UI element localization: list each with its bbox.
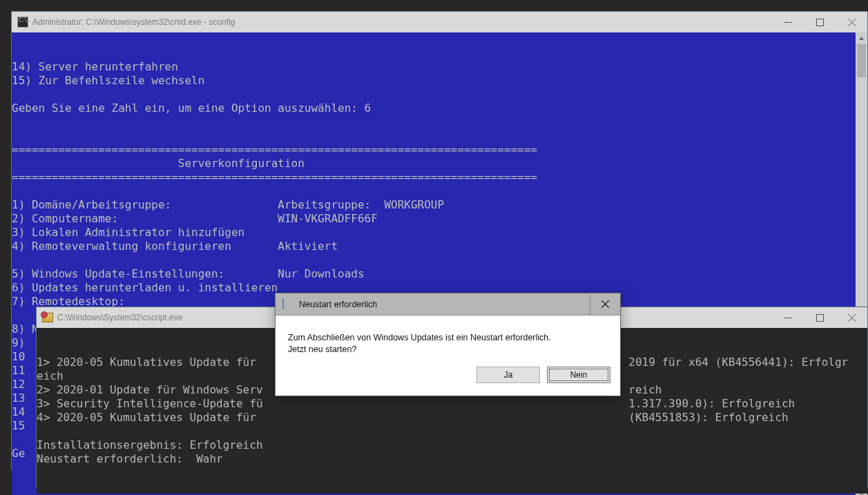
dialog-message: Zum Abschließen von Windows Updates ist … — [288, 332, 608, 356]
dialog-no-button[interactable]: Nein — [547, 367, 610, 383]
dialog-yes-label: Ja — [504, 370, 513, 380]
cscript-close-button[interactable] — [836, 307, 867, 328]
cscript-icon — [42, 312, 53, 323]
cmd-minimize-button[interactable] — [772, 12, 804, 32]
dialog-yes-button[interactable]: Ja — [476, 367, 540, 383]
svg-rect-1 — [816, 19, 823, 26]
cmd-titlebar[interactable]: C:\ Administrator: C:\Windows\system32\c… — [12, 12, 867, 32]
cmd-scrollbar-up-button[interactable] — [856, 32, 867, 44]
dialog-app-icon — [282, 299, 293, 310]
restart-required-dialog: Neustart erforderlich Zum Abschließen vo… — [275, 293, 621, 396]
cscript-minimize-button[interactable] — [772, 307, 804, 328]
cscript-title: C:\Windows\System32\cscript.exe — [57, 313, 182, 322]
cmd-icon: C:\ — [17, 17, 28, 28]
cmd-title: Administrator: C:\Windows\system32\cmd.e… — [32, 17, 235, 27]
dialog-close-button[interactable] — [590, 294, 620, 315]
cmd-close-button[interactable] — [836, 12, 867, 32]
cmd-maximize-button[interactable] — [804, 12, 836, 32]
cmd-scrollbar-thumb[interactable] — [857, 44, 866, 77]
cscript-maximize-button[interactable] — [804, 307, 836, 328]
dialog-title: Neustart erforderlich — [299, 300, 377, 309]
dialog-no-label: Nein — [570, 370, 588, 380]
svg-rect-5 — [816, 314, 823, 321]
dialog-titlebar[interactable]: Neustart erforderlich — [276, 293, 620, 316]
